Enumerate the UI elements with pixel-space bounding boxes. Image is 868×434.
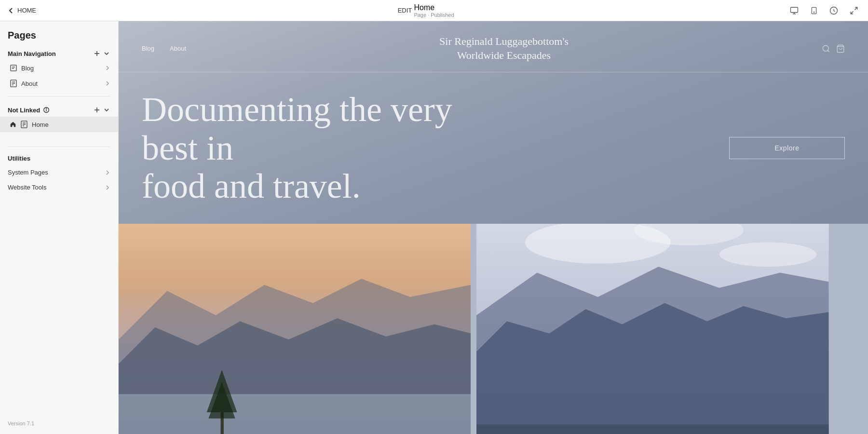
divider-2 bbox=[8, 147, 110, 147]
add-not-linked-icon[interactable] bbox=[93, 106, 101, 114]
add-page-icon[interactable] bbox=[93, 50, 101, 57]
utilities-label: Utilities bbox=[0, 152, 118, 165]
cart-icon[interactable] bbox=[836, 44, 845, 53]
collapse-not-linked-icon[interactable] bbox=[103, 106, 110, 114]
blog-icon bbox=[10, 64, 17, 72]
system-pages-item[interactable]: System Pages bbox=[0, 165, 118, 180]
preview-nav-brand: Sir Reginald Luggagebottom's Worldwide E… bbox=[439, 35, 569, 62]
page-info: Home Page · Published bbox=[414, 3, 454, 18]
svg-rect-41 bbox=[476, 424, 828, 434]
divider-1 bbox=[8, 96, 110, 96]
back-label: HOME bbox=[17, 7, 36, 14]
hero-content: Documenting the very best in food and tr… bbox=[119, 72, 868, 224]
not-linked-label-group: Not Linked bbox=[8, 107, 50, 114]
hero-headline: Documenting the very best in food and tr… bbox=[142, 91, 479, 205]
svg-rect-0 bbox=[791, 7, 798, 13]
landscape-left-svg bbox=[119, 224, 471, 434]
mobile-view-button[interactable] bbox=[808, 4, 820, 17]
utilities-section: Utilities System Pages Website Tools bbox=[0, 152, 118, 195]
website-tools-item[interactable]: Website Tools bbox=[0, 180, 118, 195]
not-linked-info-icon bbox=[43, 107, 50, 113]
main-navigation-text: Main Navigation bbox=[8, 50, 56, 57]
preview-nav-icons bbox=[822, 44, 845, 53]
home-page-icon bbox=[20, 121, 28, 128]
not-linked-text: Not Linked bbox=[8, 107, 40, 114]
main-layout: Pages Main Navigation bbox=[0, 21, 868, 434]
about-icon bbox=[10, 80, 17, 87]
style-editor-button[interactable] bbox=[827, 4, 840, 17]
collapse-nav-icon[interactable] bbox=[103, 50, 110, 57]
edit-label: EDIT bbox=[398, 7, 412, 14]
not-linked-header: Not Linked bbox=[0, 103, 118, 117]
svg-point-4 bbox=[814, 12, 814, 12]
svg-rect-31 bbox=[119, 394, 471, 434]
hero-section: Blog About Sir Reginald Luggagebottom's … bbox=[119, 21, 868, 224]
svg-line-5 bbox=[855, 7, 857, 10]
top-bar-actions bbox=[788, 4, 860, 17]
svg-line-26 bbox=[827, 50, 829, 52]
photo-grid bbox=[119, 224, 868, 434]
main-navigation-header: Main Navigation bbox=[0, 47, 118, 60]
preview-nav: Blog About Sir Reginald Luggagebottom's … bbox=[119, 21, 868, 72]
website-tools-chevron bbox=[105, 185, 110, 190]
brand-line2: Worldwide Escapades bbox=[439, 49, 569, 63]
brand-line1: Sir Reginald Luggagebottom's bbox=[439, 35, 569, 49]
svg-point-38 bbox=[719, 243, 816, 267]
blog-label: Blog bbox=[21, 65, 34, 72]
landscape-right-svg bbox=[476, 224, 828, 434]
photo-left bbox=[119, 224, 471, 434]
sidebar-item-about[interactable]: About bbox=[0, 76, 118, 91]
website-preview: Blog About Sir Reginald Luggagebottom's … bbox=[119, 21, 868, 434]
photo-right bbox=[476, 224, 828, 434]
system-pages-chevron bbox=[105, 170, 110, 176]
sidebar-item-home[interactable]: Home bbox=[0, 117, 118, 132]
content-area: Blog About Sir Reginald Luggagebottom's … bbox=[119, 21, 868, 434]
svg-rect-9 bbox=[11, 65, 16, 71]
hero-headline-line1: Documenting the very best in bbox=[142, 90, 452, 167]
svg-rect-3 bbox=[812, 7, 816, 14]
page-status: Page · Published bbox=[414, 12, 454, 18]
blog-chevron-icon bbox=[105, 65, 110, 71]
fullscreen-button[interactable] bbox=[848, 4, 860, 17]
sidebar: Pages Main Navigation bbox=[0, 21, 119, 434]
search-icon[interactable] bbox=[822, 44, 830, 53]
hero-headline-line2: food and travel. bbox=[142, 167, 361, 205]
home-active-indicator bbox=[10, 121, 16, 128]
version-label: Version 7.1 bbox=[0, 413, 118, 434]
nav-about-link[interactable]: About bbox=[170, 45, 186, 52]
svg-point-25 bbox=[823, 45, 828, 51]
system-pages-label: System Pages bbox=[8, 169, 48, 176]
not-linked-section: Not Linked bbox=[0, 103, 118, 132]
sidebar-title: Pages bbox=[0, 21, 118, 47]
svg-line-6 bbox=[851, 11, 853, 14]
desktop-view-button[interactable] bbox=[788, 4, 800, 17]
sidebar-item-blog[interactable]: Blog bbox=[0, 60, 118, 76]
preview-nav-links: Blog About bbox=[142, 45, 186, 52]
top-bar: HOME Home Page · Published EDIT bbox=[0, 0, 868, 21]
about-label: About bbox=[21, 80, 38, 87]
back-home-button[interactable]: HOME bbox=[8, 7, 36, 14]
main-navigation-label: Main Navigation bbox=[8, 50, 56, 57]
explore-button[interactable]: Explore bbox=[729, 137, 845, 159]
about-chevron-icon bbox=[105, 81, 110, 86]
svg-point-18 bbox=[46, 108, 47, 109]
spacer-1 bbox=[0, 132, 118, 142]
not-linked-controls bbox=[93, 106, 110, 114]
main-navigation-controls bbox=[93, 50, 110, 57]
page-name: Home bbox=[414, 3, 454, 12]
home-label: Home bbox=[32, 121, 49, 128]
nav-blog-link[interactable]: Blog bbox=[142, 45, 154, 52]
website-tools-label: Website Tools bbox=[8, 184, 46, 191]
